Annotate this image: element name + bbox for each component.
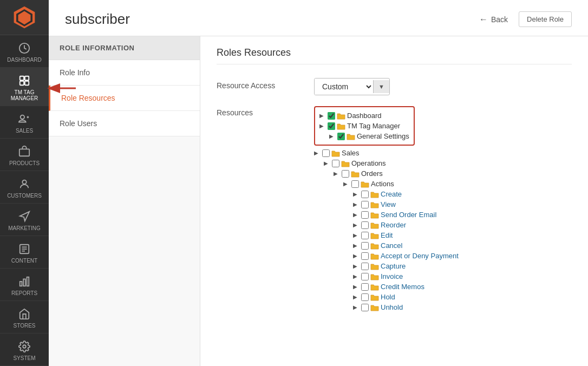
tree-arrow-view: ▶ [353, 201, 360, 207]
tree-item-tm-tag-manager: ▶ TM Tag Manager [319, 121, 409, 131]
folder-icon-reorder [370, 221, 379, 229]
checkbox-dashboard[interactable] [328, 112, 335, 120]
tree-label-invoice[interactable]: Invoice [381, 272, 403, 280]
tree-item-unhold: ▶ Unhold [353, 302, 572, 312]
folder-icon-orders [351, 170, 360, 178]
tree-arrow-tm-tag-manager: ▶ [319, 123, 326, 129]
tree-label-sales: Sales [342, 149, 360, 157]
checkbox-tm-tag-manager[interactable] [328, 122, 335, 130]
tree-arrow-cancel: ▶ [353, 243, 360, 249]
svg-point-18 [23, 345, 26, 348]
tree-arrow-capture: ▶ [353, 263, 360, 269]
svg-rect-16 [23, 279, 25, 286]
resources-row: Resources ▶ Dashboard [217, 106, 572, 312]
folder-icon-cancel [370, 242, 379, 250]
tree-arrow-invoice: ▶ [353, 273, 360, 279]
sidebar-item-stores[interactable]: STORES [0, 301, 49, 334]
checkbox-hold[interactable] [361, 293, 369, 301]
checkbox-send-order-email[interactable] [361, 211, 369, 219]
checkbox-general-settings[interactable] [337, 133, 345, 140]
sidebar-item-label: DASHBOARD [7, 57, 41, 63]
tree-label-create[interactable]: Create [381, 190, 402, 198]
tree-label-capture[interactable]: Capture [381, 262, 406, 270]
tree-label-credit-memos[interactable]: Credit Memos [381, 283, 424, 291]
checkbox-reorder[interactable] [361, 221, 369, 229]
tree-label-unhold[interactable]: Unhold [381, 303, 403, 311]
checkbox-accept-deny[interactable] [361, 252, 369, 260]
tree-label-edit[interactable]: Edit [381, 231, 393, 239]
sidebar-item-reports[interactable]: REPORTS [0, 269, 49, 301]
folder-icon-edit [370, 232, 379, 239]
sidebar-item-label: PRODUCTS [9, 160, 40, 166]
svg-rect-15 [20, 282, 22, 286]
tree-children-sales: ▶ Operations ▶ [314, 158, 572, 312]
folder-icon-hold [370, 293, 379, 301]
select-arrow-button[interactable]: ▼ [373, 80, 389, 93]
checkbox-unhold[interactable] [361, 304, 369, 311]
checkbox-capture[interactable] [361, 263, 369, 270]
checkbox-invoice[interactable] [361, 273, 369, 280]
tree-arrow-create: ▶ [353, 191, 360, 197]
sidebar-item-customers[interactable]: CUSTOMERS [0, 171, 49, 204]
system-icon [18, 340, 31, 353]
checkbox-create[interactable] [361, 191, 369, 198]
tree-label-actions: Actions [371, 180, 394, 188]
nav-item-role-resources[interactable]: Role Resources [49, 86, 200, 111]
checkbox-view[interactable] [361, 201, 369, 208]
resource-tree: ▶ Dashboard ▶ [314, 106, 572, 312]
tree-item-reorder: ▶ Reorder [353, 220, 572, 230]
tree-arrow-credit-memos: ▶ [353, 284, 360, 290]
tree-item-accept-deny: ▶ Accept or Deny Payment [353, 251, 572, 261]
back-button[interactable]: ← Back [479, 15, 508, 24]
sidebar-item-content[interactable]: CONTENT [0, 236, 49, 269]
tree-item-operations: ▶ Operations [324, 158, 572, 168]
folder-icon-operations [341, 160, 350, 167]
sidebar-item-sales[interactable]: SALES [0, 106, 49, 139]
resource-access-row: Resource Access All Custom ▼ [217, 78, 572, 95]
content-area: ROLE INFORMATION Role Info Role Resource… [49, 36, 588, 366]
checkbox-orders[interactable] [342, 170, 349, 178]
right-panel: Roles Resources Resource Access All Cust… [200, 36, 588, 366]
resource-access-select-wrapper: All Custom ▼ [314, 78, 390, 95]
tree-label-dashboard: Dashboard [347, 112, 382, 120]
tree-label-reorder[interactable]: Reorder [381, 221, 406, 229]
sidebar-item-tm-tag-manager[interactable]: TM TAG MANAGER [0, 68, 49, 106]
page-title: subscriber [65, 11, 130, 28]
checkbox-credit-memos[interactable] [361, 283, 369, 291]
delete-role-button[interactable]: Delete Role [519, 11, 572, 27]
sidebar-item-system[interactable]: SYSTEM [0, 334, 49, 366]
checkbox-cancel[interactable] [361, 242, 369, 250]
sidebar-item-dashboard[interactable]: DASHBOARD [0, 35, 49, 68]
tree-label-hold[interactable]: Hold [381, 293, 395, 301]
folder-icon-send-order-email [370, 211, 379, 219]
tree-label-accept-deny[interactable]: Accept or Deny Payment [381, 252, 459, 260]
checkbox-edit[interactable] [361, 232, 369, 239]
tree-arrow-reorder: ▶ [353, 222, 360, 228]
checkbox-operations[interactable] [332, 160, 339, 167]
folder-icon-accept-deny [370, 252, 379, 260]
nav-item-role-info[interactable]: Role Info [49, 60, 200, 86]
sidebar-item-label: STORES [14, 323, 36, 329]
checkbox-sales[interactable] [322, 149, 330, 157]
tree-container: ▶ Dashboard ▶ [314, 106, 572, 312]
tree-item-cancel: ▶ Cancel [353, 240, 572, 251]
tree-item-credit-memos: ▶ Credit Memos [353, 282, 572, 292]
products-icon [18, 145, 31, 158]
tree-arrow-dashboard: ▶ [319, 113, 326, 119]
checkbox-actions[interactable] [351, 180, 359, 188]
tree-label-cancel[interactable]: Cancel [381, 241, 402, 250]
tree-arrow-general-settings: ▶ [329, 133, 336, 139]
tree-label-send-order-email[interactable]: Send Order Email [381, 211, 436, 219]
sidebar-item-products[interactable]: PRODUCTS [0, 139, 49, 171]
sidebar-item-marketing[interactable]: MARKETING [0, 204, 49, 236]
tree-arrow-send-order-email: ▶ [353, 212, 360, 218]
sidebar-item-label: CUSTOMERS [7, 193, 42, 199]
resource-access-select[interactable]: All Custom [315, 79, 373, 95]
nav-item-role-users[interactable]: Role Users [49, 111, 200, 136]
tree-children-operations: ▶ Orders ▶ [324, 168, 572, 312]
folder-icon-capture [370, 263, 379, 270]
sidebar-item-label: TM TAG MANAGER [3, 89, 46, 101]
tree-label-view[interactable]: View [381, 200, 396, 208]
tree-arrow-edit: ▶ [353, 232, 360, 238]
highlight-box: ▶ Dashboard ▶ [314, 106, 415, 146]
